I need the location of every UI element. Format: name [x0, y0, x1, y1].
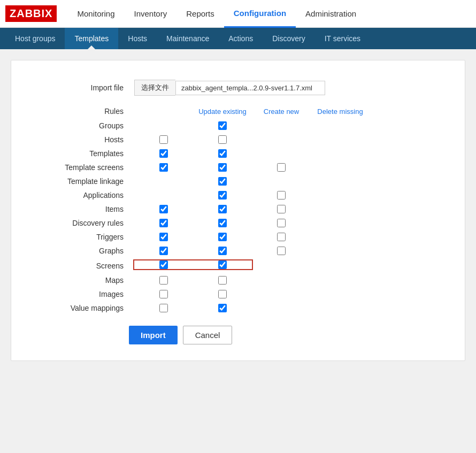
cb-images-update-wrap[interactable] — [134, 290, 193, 298]
subnav-templates[interactable]: Templates — [65, 28, 118, 49]
cb-triggers-create-wrap[interactable] — [193, 233, 252, 241]
cb-templates-update[interactable] — [159, 149, 168, 158]
cb-items-create-wrap[interactable] — [193, 205, 252, 213]
cb-drules-create[interactable] — [218, 219, 227, 227]
nav-item-administration[interactable]: Administration — [296, 0, 366, 28]
choose-file-button[interactable]: 选择文件 — [134, 80, 175, 96]
import-button[interactable]: Import — [129, 326, 178, 344]
cb-apps-create[interactable] — [218, 191, 227, 199]
nav-link-configuration[interactable]: Configuration — [224, 0, 296, 28]
cb-screens-create-wrap[interactable] — [193, 260, 252, 269]
cb-tlinkage-create[interactable] — [218, 177, 227, 186]
cb-triggers-update[interactable] — [159, 233, 168, 241]
nav-item-configuration[interactable]: Configuration — [224, 0, 296, 28]
cb-graphs-create[interactable] — [218, 247, 227, 255]
cb-triggers-delete-wrap[interactable] — [252, 233, 311, 241]
top-nav-links: Monitoring Inventory Reports Configurati… — [67, 0, 366, 27]
rule-name-hosts: Hosts — [22, 133, 129, 147]
subnav-discovery[interactable]: Discovery — [263, 28, 314, 49]
cb-items-update[interactable] — [159, 205, 168, 213]
cb-templates-create-wrap[interactable] — [193, 149, 252, 158]
cb-groups-create[interactable] — [218, 121, 227, 130]
rule-name-discovery-rules: Discovery rules — [22, 216, 129, 230]
checkboxes-screens — [134, 260, 252, 269]
cb-maps-update-wrap[interactable] — [134, 276, 193, 285]
cb-hosts-create[interactable] — [218, 135, 227, 144]
cb-groups-create-wrap[interactable] — [193, 121, 252, 130]
cb-graphs-create-wrap[interactable] — [193, 247, 252, 255]
rule-name-groups: Groups — [22, 119, 129, 133]
nav-item-reports[interactable]: Reports — [176, 0, 224, 28]
rule-checkboxes-applications — [129, 188, 454, 202]
rule-checkboxes-hosts — [129, 133, 454, 147]
cb-maps-create-wrap[interactable] — [193, 276, 252, 285]
cb-screens-update[interactable] — [159, 260, 168, 269]
cb-templates-update-wrap[interactable] — [134, 149, 193, 158]
nav-item-inventory[interactable]: Inventory — [125, 0, 177, 28]
rule-name-value-mappings: Value mappings — [22, 301, 129, 315]
rule-row-applications: Applications — [22, 188, 454, 202]
cb-drules-update-wrap[interactable] — [134, 219, 193, 227]
rule-row-images: Images — [22, 287, 454, 301]
cb-items-delete-wrap[interactable] — [252, 205, 311, 213]
cb-vmap-update-wrap[interactable] — [134, 304, 193, 312]
cb-triggers-delete[interactable] — [277, 233, 286, 241]
cb-tscreens-create[interactable] — [218, 163, 227, 172]
cb-maps-update[interactable] — [159, 276, 168, 285]
cb-apps-delete[interactable] — [277, 191, 286, 199]
subnav-hosts[interactable]: Hosts — [118, 28, 157, 49]
cb-items-create[interactable] — [218, 205, 227, 213]
cb-drules-delete-wrap[interactable] — [252, 219, 311, 227]
rule-row-discovery-rules: Discovery rules — [22, 216, 454, 230]
cb-screens-update-wrap[interactable] — [134, 260, 193, 269]
cb-screens-create[interactable] — [218, 260, 227, 269]
cb-hosts-update[interactable] — [159, 135, 168, 144]
cb-graphs-delete[interactable] — [277, 247, 286, 255]
cb-drules-create-wrap[interactable] — [193, 219, 252, 227]
cb-tscreens-update[interactable] — [159, 163, 168, 172]
cb-items-delete[interactable] — [277, 205, 286, 213]
rules-label: Rules — [22, 104, 129, 119]
cb-triggers-create[interactable] — [218, 233, 227, 241]
nav-link-administration[interactable]: Administration — [296, 0, 366, 28]
nav-link-inventory[interactable]: Inventory — [125, 0, 177, 28]
cb-templates-create[interactable] — [218, 149, 227, 158]
cb-drules-update[interactable] — [159, 219, 168, 227]
cb-hosts-create-wrap[interactable] — [193, 135, 252, 144]
subnav-it-services[interactable]: IT services — [315, 28, 370, 49]
cb-graphs-update[interactable] — [159, 247, 168, 255]
cb-apps-create-wrap[interactable] — [193, 191, 252, 199]
cb-vmap-update[interactable] — [159, 304, 168, 312]
cb-tscreens-delete[interactable] — [277, 163, 286, 172]
cb-triggers-update-wrap[interactable] — [134, 233, 193, 241]
cb-apps-delete-wrap[interactable] — [252, 191, 311, 199]
cb-tlinkage-create-wrap[interactable] — [193, 177, 252, 186]
checkboxes-discovery-rules — [134, 219, 449, 227]
nav-link-monitoring[interactable]: Monitoring — [67, 0, 124, 28]
nav-item-monitoring[interactable]: Monitoring — [67, 0, 124, 28]
cb-graphs-delete-wrap[interactable] — [252, 247, 311, 255]
cb-tscreens-create-wrap[interactable] — [193, 163, 252, 172]
cb-vmap-create-wrap[interactable] — [193, 304, 252, 312]
file-input-area: 选择文件 zabbix_agent_templa...2.0.9-sver1.1… — [134, 80, 449, 96]
rule-checkboxes-discovery-rules — [129, 216, 454, 230]
top-navigation: ZABBIX Monitoring Inventory Reports Conf… — [0, 0, 476, 28]
rule-checkboxes-triggers — [129, 230, 454, 244]
nav-link-reports[interactable]: Reports — [176, 0, 224, 28]
rule-checkboxes-template-screens — [129, 160, 454, 174]
cb-images-create-wrap[interactable] — [193, 290, 252, 298]
cb-graphs-update-wrap[interactable] — [134, 247, 193, 255]
cb-tscreens-delete-wrap[interactable] — [252, 163, 311, 172]
cb-images-update[interactable] — [159, 290, 168, 298]
subnav-host-groups[interactable]: Host groups — [5, 28, 65, 49]
subnav-maintenance[interactable]: Maintenance — [157, 28, 219, 49]
subnav-actions[interactable]: Actions — [219, 28, 263, 49]
cancel-button[interactable]: Cancel — [183, 326, 233, 344]
cb-hosts-update-wrap[interactable] — [134, 135, 193, 144]
cb-tscreens-update-wrap[interactable] — [134, 163, 193, 172]
cb-items-update-wrap[interactable] — [134, 205, 193, 213]
cb-images-create[interactable] — [218, 290, 227, 298]
cb-vmap-create[interactable] — [218, 304, 227, 312]
cb-maps-create[interactable] — [218, 276, 227, 285]
cb-drules-delete[interactable] — [277, 219, 286, 227]
